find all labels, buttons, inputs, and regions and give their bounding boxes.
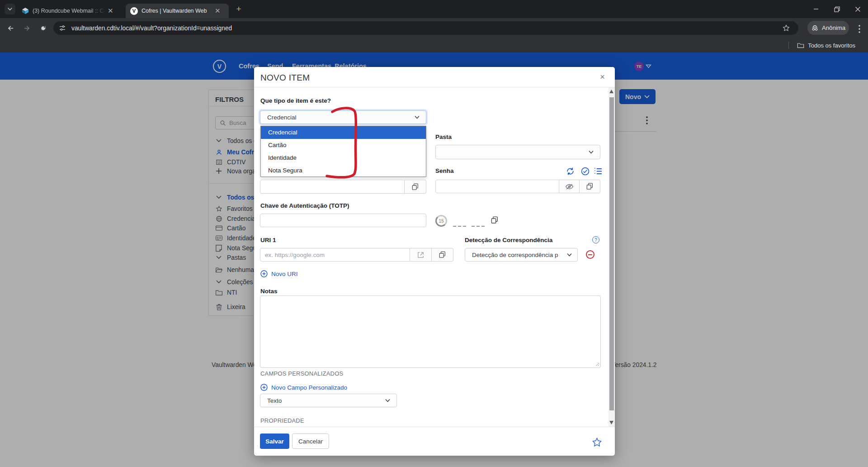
annotation-red-circle xyxy=(0,0,868,467)
